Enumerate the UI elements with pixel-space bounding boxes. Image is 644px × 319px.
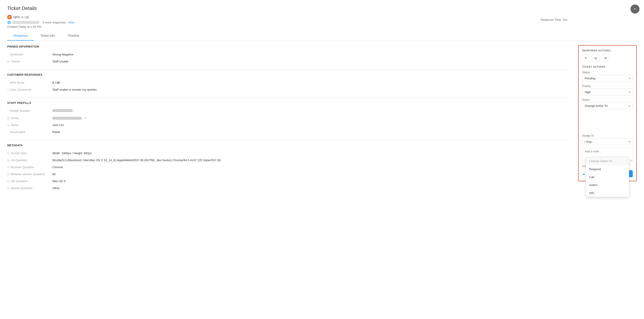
email-value: ↗ — [52, 116, 567, 120]
globe-icon: 🌐 — [7, 21, 11, 24]
sentiment-icon: ↑ — [7, 53, 8, 56]
theme-icon: ⇆ — [7, 60, 10, 63]
action-dropdown: Change Action To Respond Call Action Inf… — [586, 157, 629, 197]
view-link[interactable]: View — [68, 21, 74, 24]
status-select[interactable]: Pending — [582, 75, 633, 82]
status-group: Status Pending — [582, 71, 633, 82]
response-time: Response Time: 15s — [540, 18, 567, 21]
name-value: Jack Lim — [52, 123, 567, 127]
staff-prefills-section: STAFF PREFILLS □ Mobile Number @ Email — [7, 101, 567, 135]
action-option-info[interactable]: Info — [586, 189, 629, 197]
mobile-value — [52, 109, 567, 113]
browser-version-icon: ⇆ — [7, 173, 10, 176]
browser-icon: ⇆ — [7, 166, 10, 169]
email-row: @ Email ↗ — [7, 114, 567, 121]
assign-label: Assign To — [582, 134, 633, 137]
priority-select[interactable]: High — [582, 89, 633, 96]
status-label: Status — [582, 71, 633, 74]
browser-version-value: 84 — [52, 172, 567, 176]
sentiment-value: Strong Negative — [52, 53, 567, 56]
user-comments-label: ≡ User Comments — [7, 88, 52, 91]
blurred-email — [52, 117, 82, 120]
pinned-section: PINNED INFORMATION ↑ Sentiment Strong Ne… — [7, 45, 567, 65]
metadata-section: METADATA ⇆ Screen Size Width: 1800px / H… — [7, 144, 567, 192]
touchpoint-value: Retail — [52, 130, 567, 134]
more-responses-text: · 3 more responses. — [40, 21, 66, 24]
ticket-actions-title: TICKET ACTIONS — [582, 65, 633, 68]
envelope-icon: ✉ — [604, 56, 607, 60]
copy-button[interactable]: ⧉ — [592, 54, 599, 62]
browser-label: ⇆ Browser Question — [7, 165, 52, 169]
email-label: @ Email — [7, 116, 52, 120]
nps-score-icon: ↑ — [7, 81, 8, 84]
mobile-icon: □ — [7, 109, 9, 112]
tabs: Response Ticket Info Timeline — [7, 31, 637, 40]
action-option-respond[interactable]: Respond — [586, 165, 629, 173]
assign-select[interactable]: r Exp... — [582, 138, 633, 145]
priority-group: Priority High — [582, 84, 633, 96]
nps-badge: 😞 — [7, 15, 12, 19]
action-option-action[interactable]: Action — [586, 181, 629, 189]
ua-icon: ⇆ — [7, 159, 10, 162]
left-panel: PINNED INFORMATION ↑ Sentiment Strong Ne… — [7, 40, 574, 319]
mobile-label: □ Mobile Number — [7, 109, 52, 112]
customer-responses-section: CUSTOMER RESPONSES ↑ NPS Score 2 / 10 ≡ … — [7, 73, 567, 93]
name-row: ⇆ Name Jack Lim — [7, 121, 567, 128]
edit-icon: ✎ — [584, 56, 587, 60]
blurred-phone — [52, 109, 73, 112]
ua-value: Mozilla/5.0 (Macintosh; Intel Mac OS X 1… — [52, 158, 567, 162]
theme-row: ⇆ Theme Staff Unable — [7, 58, 567, 65]
user-comments-row: ≡ User Comments Staff unable to answer m… — [7, 86, 567, 93]
browser-version-label: ⇆ Browser Version Question — [7, 172, 52, 176]
sentiment-label: ↑ Sentiment — [7, 53, 52, 56]
upload-icon: ☁ — [582, 172, 585, 175]
response-actions-title: RESPONSE ACTIONS — [582, 49, 633, 52]
email-field-icon: @ — [7, 117, 10, 120]
pinned-title: PINNED INFORMATION — [7, 45, 567, 48]
user-comments-value: Staff unable to answer my queries — [52, 88, 567, 91]
screen-size-row: ⇆ Screen Size Width: 1800px / Height: 89… — [7, 150, 567, 157]
name-label: ⇆ Name — [7, 123, 52, 127]
dropdown-header: Change Action To — [586, 157, 629, 165]
device-icon: ⇆ — [7, 187, 10, 190]
created-date: Created Today at 1:35 PM — [7, 25, 637, 28]
tab-response[interactable]: Response — [7, 31, 34, 40]
priority-label: Priority — [582, 84, 633, 88]
browser-value: Chrome — [52, 165, 567, 169]
tab-timeline[interactable]: Timeline — [61, 31, 86, 40]
browser-version-row: ⇆ Browser Version Question 84 — [7, 171, 567, 178]
device-value: Other — [52, 186, 567, 190]
touchpoint-row: ↑ Touch-point Retail — [7, 128, 567, 135]
action-option-call[interactable]: Call — [586, 173, 629, 181]
theme-value: Staff Unable — [52, 60, 567, 63]
device-label: ⇆ Device Question — [7, 186, 52, 190]
staff-prefills-title: STAFF PREFILLS — [7, 101, 567, 105]
os-value: Mac OS X — [52, 179, 567, 183]
user-comments-icon: ≡ — [7, 88, 9, 91]
touchpoint-icon: ↑ — [7, 131, 8, 134]
screen-size-label: ⇆ Screen Size — [7, 151, 52, 155]
copy-icon: ⧉ — [594, 56, 597, 60]
touchpoint-label: ↑ Touch-point — [7, 130, 52, 134]
browser-row: ⇆ Browser Question Chrome — [7, 164, 567, 171]
blurred-url — [12, 21, 39, 24]
assign-group: Assign To r Exp... — [582, 134, 633, 145]
device-row: ⇆ Device Question Other — [7, 185, 567, 192]
sentiment-row: ↑ Sentiment Strong Negative — [7, 51, 567, 58]
nps-score-row: ↑ NPS Score 2 / 10 — [7, 79, 567, 86]
tab-ticket-info[interactable]: Ticket Info — [34, 31, 61, 40]
nps-score-label: ↑ NPS Score — [7, 81, 52, 84]
name-icon: ⇆ — [7, 124, 10, 127]
edit-button[interactable]: ✎ — [582, 54, 590, 62]
action-select[interactable]: Change Action To — [582, 102, 633, 109]
page-title: Ticket Details — [7, 5, 637, 11]
action-icons: ✎ ⧉ ✉ — [582, 54, 633, 62]
action-label: Action — [582, 98, 633, 101]
theme-label: ⇆ Theme — [7, 60, 52, 63]
email-button[interactable]: ✉ — [602, 54, 609, 62]
os-label: ⇆ OS Question — [7, 179, 52, 183]
os-row: ⇆ OS Question Mac OS X — [7, 178, 567, 185]
ua-row: ⇆ UA Question Mozilla/5.0 (Macintosh; In… — [7, 157, 567, 164]
metadata-title: METADATA — [7, 144, 567, 147]
screen-size-icon: ⇆ — [7, 152, 10, 155]
